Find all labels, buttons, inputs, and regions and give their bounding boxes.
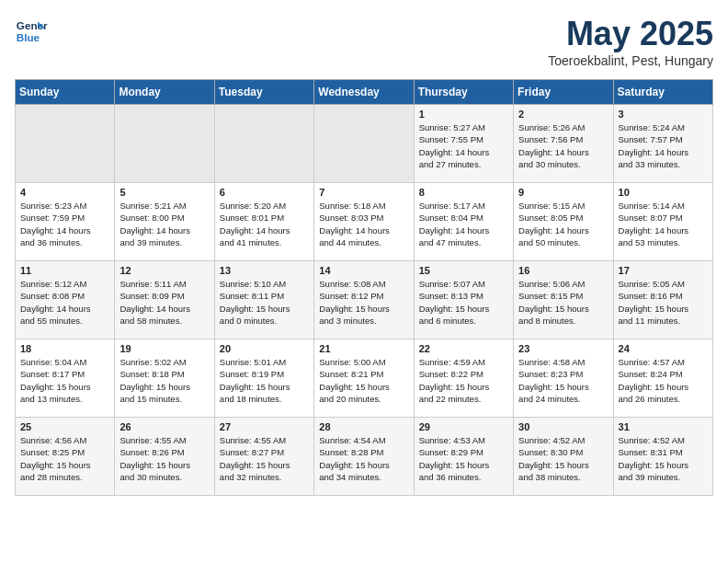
day-number: 27 [220,421,309,432]
table-row: 7Sunrise: 5:18 AM Sunset: 8:03 PM Daylig… [314,183,414,261]
day-info: Sunrise: 5:15 AM Sunset: 8:05 PM Dayligh… [518,200,608,248]
page-header: General Blue May 2025 Toeroekbalint, Pes… [15,15,713,68]
day-number: 3 [619,109,708,120]
table-row: 24Sunrise: 4:57 AM Sunset: 8:24 PM Dayli… [613,339,712,418]
day-number: 26 [119,421,209,432]
svg-text:Blue: Blue [17,31,40,43]
table-row [115,105,214,183]
day-info: Sunrise: 5:00 AM Sunset: 8:21 PM Dayligh… [319,356,408,405]
day-info: Sunrise: 5:08 AM Sunset: 8:12 PM Dayligh… [319,278,408,327]
table-row: 31Sunrise: 4:52 AM Sunset: 8:31 PM Dayli… [613,418,712,496]
table-row: 21Sunrise: 5:00 AM Sunset: 8:21 PM Dayli… [314,339,414,418]
table-row: 2Sunrise: 5:26 AM Sunset: 7:56 PM Daylig… [514,105,613,183]
day-number: 1 [419,109,508,120]
day-info: Sunrise: 4:58 AM Sunset: 8:23 PM Dayligh… [518,356,608,405]
table-row: 6Sunrise: 5:20 AM Sunset: 8:01 PM Daylig… [214,183,313,261]
table-row: 15Sunrise: 5:07 AM Sunset: 8:13 PM Dayli… [414,261,513,339]
calendar-week-row: 25Sunrise: 4:56 AM Sunset: 8:25 PM Dayli… [16,418,713,496]
day-number: 21 [319,343,408,354]
day-number: 10 [619,187,708,198]
table-row [16,105,115,183]
table-row: 9Sunrise: 5:15 AM Sunset: 8:05 PM Daylig… [514,183,613,261]
table-row: 10Sunrise: 5:14 AM Sunset: 8:07 PM Dayli… [613,183,712,261]
day-info: Sunrise: 5:20 AM Sunset: 8:01 PM Dayligh… [220,200,309,248]
day-number: 12 [119,265,209,276]
day-info: Sunrise: 5:27 AM Sunset: 7:55 PM Dayligh… [419,121,508,170]
calendar-table: Sunday Monday Tuesday Wednesday Thursday… [15,79,713,496]
table-row [214,105,313,183]
day-info: Sunrise: 5:07 AM Sunset: 8:13 PM Dayligh… [419,278,508,327]
day-number: 18 [20,343,109,354]
day-info: Sunrise: 5:21 AM Sunset: 8:00 PM Dayligh… [119,200,209,248]
day-number: 17 [619,265,708,276]
day-info: Sunrise: 5:18 AM Sunset: 8:03 PM Dayligh… [319,200,408,248]
calendar-title: May 2025 [548,15,713,53]
col-friday: Friday [514,80,613,105]
day-number: 11 [20,265,109,276]
calendar-week-row: 4Sunrise: 5:23 AM Sunset: 7:59 PM Daylig… [16,183,713,261]
table-row [314,105,414,183]
table-row: 23Sunrise: 4:58 AM Sunset: 8:23 PM Dayli… [514,339,613,418]
day-info: Sunrise: 4:52 AM Sunset: 8:30 PM Dayligh… [518,434,608,483]
col-monday: Monday [115,80,214,105]
col-sunday: Sunday [16,80,115,105]
day-number: 15 [419,265,508,276]
calendar-week-row: 18Sunrise: 5:04 AM Sunset: 8:17 PM Dayli… [16,339,713,418]
day-number: 25 [20,421,109,432]
day-number: 22 [419,343,508,354]
calendar-header-row: Sunday Monday Tuesday Wednesday Thursday… [16,80,713,105]
day-info: Sunrise: 5:14 AM Sunset: 8:07 PM Dayligh… [619,200,708,248]
day-number: 19 [119,343,209,354]
day-number: 31 [619,421,708,432]
table-row: 13Sunrise: 5:10 AM Sunset: 8:11 PM Dayli… [214,261,313,339]
table-row: 3Sunrise: 5:24 AM Sunset: 7:57 PM Daylig… [613,105,712,183]
day-info: Sunrise: 4:59 AM Sunset: 8:22 PM Dayligh… [419,356,508,405]
table-row: 22Sunrise: 4:59 AM Sunset: 8:22 PM Dayli… [414,339,513,418]
day-number: 20 [220,343,309,354]
day-number: 4 [20,187,109,198]
day-info: Sunrise: 5:24 AM Sunset: 7:57 PM Dayligh… [619,121,708,170]
day-info: Sunrise: 4:54 AM Sunset: 8:28 PM Dayligh… [319,434,408,483]
col-tuesday: Tuesday [214,80,313,105]
day-info: Sunrise: 5:12 AM Sunset: 8:08 PM Dayligh… [20,278,109,327]
table-row: 18Sunrise: 5:04 AM Sunset: 8:17 PM Dayli… [16,339,115,418]
col-wednesday: Wednesday [314,80,414,105]
day-number: 14 [319,265,408,276]
day-info: Sunrise: 4:55 AM Sunset: 8:26 PM Dayligh… [119,434,209,483]
table-row: 17Sunrise: 5:05 AM Sunset: 8:16 PM Dayli… [613,261,712,339]
day-info: Sunrise: 5:01 AM Sunset: 8:19 PM Dayligh… [220,356,309,405]
logo: General Blue [15,15,48,48]
day-number: 16 [518,265,608,276]
table-row: 30Sunrise: 4:52 AM Sunset: 8:30 PM Dayli… [514,418,613,496]
calendar-week-row: 1Sunrise: 5:27 AM Sunset: 7:55 PM Daylig… [16,105,713,183]
table-row: 14Sunrise: 5:08 AM Sunset: 8:12 PM Dayli… [314,261,414,339]
col-thursday: Thursday [414,80,513,105]
day-number: 30 [518,421,608,432]
col-saturday: Saturday [613,80,712,105]
day-info: Sunrise: 4:57 AM Sunset: 8:24 PM Dayligh… [619,356,708,405]
day-info: Sunrise: 4:56 AM Sunset: 8:25 PM Dayligh… [20,434,109,483]
day-info: Sunrise: 5:05 AM Sunset: 8:16 PM Dayligh… [619,278,708,327]
table-row: 26Sunrise: 4:55 AM Sunset: 8:26 PM Dayli… [115,418,214,496]
day-info: Sunrise: 4:53 AM Sunset: 8:29 PM Dayligh… [419,434,508,483]
table-row: 27Sunrise: 4:55 AM Sunset: 8:27 PM Dayli… [214,418,313,496]
logo-icon: General Blue [15,15,48,48]
day-number: 13 [220,265,309,276]
table-row: 16Sunrise: 5:06 AM Sunset: 8:15 PM Dayli… [514,261,613,339]
day-info: Sunrise: 5:23 AM Sunset: 7:59 PM Dayligh… [20,200,109,248]
table-row: 19Sunrise: 5:02 AM Sunset: 8:18 PM Dayli… [115,339,214,418]
day-info: Sunrise: 5:11 AM Sunset: 8:09 PM Dayligh… [119,278,209,327]
calendar-subtitle: Toeroekbalint, Pest, Hungary [548,53,713,68]
day-number: 5 [119,187,209,198]
table-row: 20Sunrise: 5:01 AM Sunset: 8:19 PM Dayli… [214,339,313,418]
svg-text:General: General [17,19,48,31]
day-number: 29 [419,421,508,432]
table-row: 28Sunrise: 4:54 AM Sunset: 8:28 PM Dayli… [314,418,414,496]
day-number: 6 [220,187,309,198]
day-number: 24 [619,343,708,354]
day-number: 7 [319,187,408,198]
table-row: 25Sunrise: 4:56 AM Sunset: 8:25 PM Dayli… [16,418,115,496]
day-info: Sunrise: 5:04 AM Sunset: 8:17 PM Dayligh… [20,356,109,405]
title-area: May 2025 Toeroekbalint, Pest, Hungary [548,15,713,68]
day-number: 8 [419,187,508,198]
